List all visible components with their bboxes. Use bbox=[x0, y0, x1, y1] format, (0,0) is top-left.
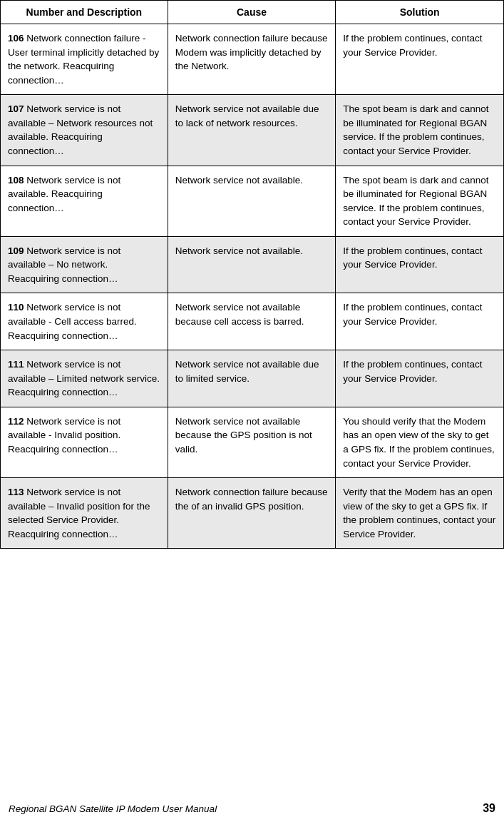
table-row-cause-4: Network service not available because ce… bbox=[168, 293, 336, 350]
table-row-solution-5: If the problem continues, contact your S… bbox=[336, 350, 504, 407]
table-row-solution-6: You should verify that the Modem has an … bbox=[336, 407, 504, 477]
table-row-solution-1: The spot beam is dark and cannot be illu… bbox=[336, 95, 504, 166]
table-row-description-2: 108 Network service is not available. Re… bbox=[1, 166, 168, 236]
table-row-cause-7: Network connection failure because the o… bbox=[168, 478, 336, 549]
table-row-description-5: 111 Network service is not available – L… bbox=[1, 350, 168, 407]
main-table-wrapper: Number and Description Cause Solution 10… bbox=[0, 0, 504, 798]
error-number-5: 111 bbox=[8, 359, 24, 370]
error-number-6: 112 bbox=[8, 416, 24, 427]
page-footer: Regional BGAN Satellite IP Modem User Ma… bbox=[0, 798, 504, 822]
error-number-3: 109 bbox=[8, 245, 24, 256]
table-row-solution-4: If the problem continues, contact your S… bbox=[336, 293, 504, 350]
table-row-solution-7: Verify that the Modem has an open view o… bbox=[336, 478, 504, 549]
table-row-cause-2: Network service not available. bbox=[168, 166, 336, 236]
footer-page-number: 39 bbox=[483, 802, 495, 815]
table-row-cause-0: Network connection failure because Modem… bbox=[168, 24, 336, 95]
table-row-cause-6: Network service not available because th… bbox=[168, 407, 336, 477]
table-row-description-1: 107 Network service is not available – N… bbox=[1, 95, 168, 166]
table-row-solution-2: The spot beam is dark and cannot be illu… bbox=[336, 166, 504, 236]
error-number-0: 106 bbox=[8, 33, 24, 44]
table-row-cause-1: Network service not available due to lac… bbox=[168, 95, 336, 166]
footer-label: Regional BGAN Satellite IP Modem User Ma… bbox=[9, 803, 217, 814]
table-row-solution-3: If the problem continues, contact your S… bbox=[336, 236, 504, 293]
table-row-description-0: 106 Network connection failure - User te… bbox=[1, 24, 168, 95]
error-table: Number and Description Cause Solution 10… bbox=[0, 0, 504, 549]
col-header-number: Number and Description bbox=[1, 1, 168, 24]
table-row-description-7: 113 Network service is not available – I… bbox=[1, 478, 168, 549]
table-row-description-4: 110 Network service is not available - C… bbox=[1, 293, 168, 350]
col-header-cause: Cause bbox=[168, 1, 336, 24]
error-number-4: 110 bbox=[8, 302, 24, 313]
table-row-cause-5: Network service not available due to lim… bbox=[168, 350, 336, 407]
col-header-solution: Solution bbox=[336, 1, 504, 24]
error-number-1: 107 bbox=[8, 103, 24, 114]
table-row-description-3: 109 Network service is not available – N… bbox=[1, 236, 168, 293]
error-number-2: 108 bbox=[8, 175, 24, 186]
table-row-solution-0: If the problem continues, contact your S… bbox=[336, 24, 504, 95]
table-row-description-6: 112 Network service is not available - I… bbox=[1, 407, 168, 477]
table-row-cause-3: Network service not available. bbox=[168, 236, 336, 293]
error-number-7: 113 bbox=[8, 487, 24, 497]
